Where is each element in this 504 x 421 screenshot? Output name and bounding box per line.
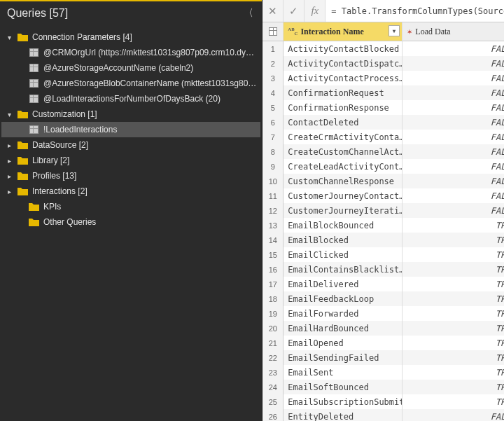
tree-folder[interactable]: ▸Library [2] bbox=[1, 153, 260, 168]
cell-interaction-name[interactable]: EmailContainsBlacklist… bbox=[284, 262, 402, 277]
cell-interaction-name[interactable]: EmailSendingFailed bbox=[284, 350, 402, 365]
cell-interaction-name[interactable]: ContactDeleted bbox=[284, 115, 402, 130]
cell-load-data[interactable]: FALSE bbox=[402, 130, 504, 144]
cell-interaction-name[interactable]: EmailBlockBounced bbox=[284, 218, 402, 233]
tree-item[interactable]: !LoadedInteractions bbox=[1, 122, 260, 137]
table-row[interactable]: 23EmailSentTRUE bbox=[262, 365, 504, 380]
cell-load-data[interactable]: FALSE bbox=[402, 174, 504, 188]
cell-load-data[interactable]: FALSE bbox=[402, 41, 504, 56]
cell-load-data[interactable]: FALSE bbox=[402, 188, 504, 203]
tree-item[interactable]: @AzureStorageAccountName (cabeln2) bbox=[1, 60, 260, 76]
tree-folder[interactable]: KPIs bbox=[1, 199, 260, 214]
cell-load-data[interactable]: FALSE bbox=[402, 100, 504, 115]
table-row[interactable]: 15EmailClickedTRUE bbox=[262, 247, 504, 262]
table-row[interactable]: 12CustomerJourneyIterati…FALSE bbox=[262, 203, 504, 218]
cell-interaction-name[interactable]: CustomerJourneyIterati… bbox=[284, 203, 402, 218]
cell-load-data[interactable]: FALSE bbox=[402, 115, 504, 130]
tree-folder[interactable]: ▸DataSource [2] bbox=[1, 137, 260, 153]
cell-interaction-name[interactable]: EmailDelivered bbox=[284, 277, 402, 291]
cell-interaction-name[interactable]: EntityDeleted bbox=[284, 409, 402, 421]
table-row[interactable]: 6ContactDeletedFALSE bbox=[262, 115, 504, 130]
cell-interaction-name[interactable]: EmailForwarded bbox=[284, 306, 402, 321]
cell-load-data[interactable]: TRUE bbox=[402, 350, 504, 365]
table-row[interactable]: 11CustomerJourneyContact…FALSE bbox=[262, 188, 504, 203]
tree-folder[interactable]: ▸Interactions [2] bbox=[1, 184, 260, 199]
tree-item[interactable]: @CRMOrgUrl (https://mkttest1031sg807p09.… bbox=[1, 45, 260, 60]
cell-load-data[interactable]: TRUE bbox=[402, 336, 504, 350]
table-row[interactable]: 13EmailBlockBouncedTRUE bbox=[262, 218, 504, 233]
table-row[interactable]: 26EntityDeletedFALSE bbox=[262, 409, 504, 421]
table-row[interactable]: 14EmailBlockedTRUE bbox=[262, 233, 504, 247]
cell-load-data[interactable]: TRUE bbox=[402, 277, 504, 291]
cell-interaction-name[interactable]: EmailBlocked bbox=[284, 233, 402, 247]
table-row[interactable]: 4ConfirmationRequestFALSE bbox=[262, 85, 504, 100]
tree-folder[interactable]: ▸Profiles [13] bbox=[1, 168, 260, 184]
cell-interaction-name[interactable]: ConfirmationRequest bbox=[284, 85, 402, 100]
table-row[interactable]: 22EmailSendingFailedTRUE bbox=[262, 350, 504, 365]
tree-item[interactable]: @LoadInteractionsForNumberOfDaysBack (20… bbox=[1, 91, 260, 106]
cell-load-data[interactable]: FALSE bbox=[402, 144, 504, 159]
table-row[interactable]: 9CreateLeadActivityCont…FALSE bbox=[262, 159, 504, 174]
tree-folder[interactable]: Other Queries bbox=[1, 214, 260, 230]
cell-interaction-name[interactable]: EmailSent bbox=[284, 365, 402, 380]
cell-interaction-name[interactable]: ConfirmationResponse bbox=[284, 100, 402, 115]
table-row[interactable]: 19EmailForwardedTRUE bbox=[262, 306, 504, 321]
column-header-interaction-name[interactable]: ABC Interaction Name ▾ bbox=[284, 22, 402, 41]
cell-load-data[interactable]: FALSE bbox=[402, 203, 504, 218]
cell-load-data[interactable]: TRUE bbox=[402, 321, 504, 336]
cell-load-data[interactable]: FALSE bbox=[402, 71, 504, 85]
select-all-corner[interactable] bbox=[262, 22, 284, 41]
cell-load-data[interactable]: FALSE bbox=[402, 409, 504, 421]
commit-formula-button[interactable]: ✓ bbox=[284, 0, 304, 22]
cell-interaction-name[interactable]: ActivityContactBlocked bbox=[284, 41, 402, 56]
cell-interaction-name[interactable]: CustomerJourneyContact… bbox=[284, 188, 402, 203]
cell-interaction-name[interactable]: EmailFeedbackLoop bbox=[284, 291, 402, 306]
cell-interaction-name[interactable]: EmailClicked bbox=[284, 247, 402, 262]
table-row[interactable]: 2ActivityContactDispatc…FALSE bbox=[262, 56, 504, 71]
table-row[interactable]: 10CustomChannelResponseFALSE bbox=[262, 174, 504, 188]
tree-item[interactable]: @AzureStorageBlobContainerName (mkttest1… bbox=[1, 76, 260, 91]
cell-interaction-name[interactable]: ActivityContactDispatc… bbox=[284, 56, 402, 71]
tree-folder[interactable]: ▾Customization [1] bbox=[1, 106, 260, 122]
cell-interaction-name[interactable]: CustomChannelResponse bbox=[284, 174, 402, 188]
table-row[interactable]: 8CreateCustomChannelAct…FALSE bbox=[262, 144, 504, 159]
table-row[interactable]: 16EmailContainsBlacklist…TRUE bbox=[262, 262, 504, 277]
tree-folder[interactable]: ▾Connection Parameters [4] bbox=[1, 29, 260, 45]
cancel-formula-button[interactable]: ✕ bbox=[262, 0, 284, 22]
table-row[interactable]: 25EmailSubscriptionSubmitTRUE bbox=[262, 394, 504, 409]
cell-load-data[interactable]: TRUE bbox=[402, 291, 504, 306]
cell-load-data[interactable]: TRUE bbox=[402, 262, 504, 277]
table-row[interactable]: 7CreateCrmActivityConta…FALSE bbox=[262, 130, 504, 144]
cell-load-data[interactable]: TRUE bbox=[402, 365, 504, 380]
fx-icon[interactable]: fx bbox=[304, 0, 326, 22]
table-row[interactable]: 24EmailSoftBouncedTRUE bbox=[262, 380, 504, 394]
table-row[interactable]: 21EmailOpenedTRUE bbox=[262, 336, 504, 350]
cell-interaction-name[interactable]: EmailOpened bbox=[284, 336, 402, 350]
cell-load-data[interactable]: FALSE bbox=[402, 159, 504, 174]
cell-load-data[interactable]: TRUE bbox=[402, 380, 504, 394]
cell-load-data[interactable]: TRUE bbox=[402, 247, 504, 262]
table-row[interactable]: 20EmailHardBouncedTRUE bbox=[262, 321, 504, 336]
table-row[interactable]: 3ActivityContactProcess…FALSE bbox=[262, 71, 504, 85]
cell-interaction-name[interactable]: EmailHardBounced bbox=[284, 321, 402, 336]
cell-load-data[interactable]: TRUE bbox=[402, 394, 504, 409]
cell-load-data[interactable]: TRUE bbox=[402, 306, 504, 321]
table-row[interactable]: 1ActivityContactBlockedFALSE bbox=[262, 41, 504, 56]
table-row[interactable]: 5ConfirmationResponseFALSE bbox=[262, 100, 504, 115]
table-row[interactable]: 17EmailDeliveredTRUE bbox=[262, 277, 504, 291]
column-header-load-data[interactable]: ✶ Load Data ▾ bbox=[402, 22, 504, 41]
cell-interaction-name[interactable]: CreateCustomChannelAct… bbox=[284, 144, 402, 159]
cell-load-data[interactable]: FALSE bbox=[402, 56, 504, 71]
cell-load-data[interactable]: TRUE bbox=[402, 233, 504, 247]
cell-load-data[interactable]: FALSE bbox=[402, 85, 504, 100]
cell-interaction-name[interactable]: CreateCrmActivityConta… bbox=[284, 130, 402, 144]
cell-load-data[interactable]: TRUE bbox=[402, 218, 504, 233]
table-row[interactable]: 18EmailFeedbackLoopTRUE bbox=[262, 291, 504, 306]
collapse-panel-button[interactable]: 〈 bbox=[244, 7, 253, 20]
cell-interaction-name[interactable]: CreateLeadActivityCont… bbox=[284, 159, 402, 174]
cell-interaction-name[interactable]: ActivityContactProcess… bbox=[284, 71, 402, 85]
column-filter-button[interactable]: ▾ bbox=[388, 25, 400, 36]
cell-interaction-name[interactable]: EmailSubscriptionSubmit bbox=[284, 394, 402, 409]
formula-input[interactable]: = Table.TransformColumnTypes(Source,{{ bbox=[326, 0, 504, 22]
cell-interaction-name[interactable]: EmailSoftBounced bbox=[284, 380, 402, 394]
